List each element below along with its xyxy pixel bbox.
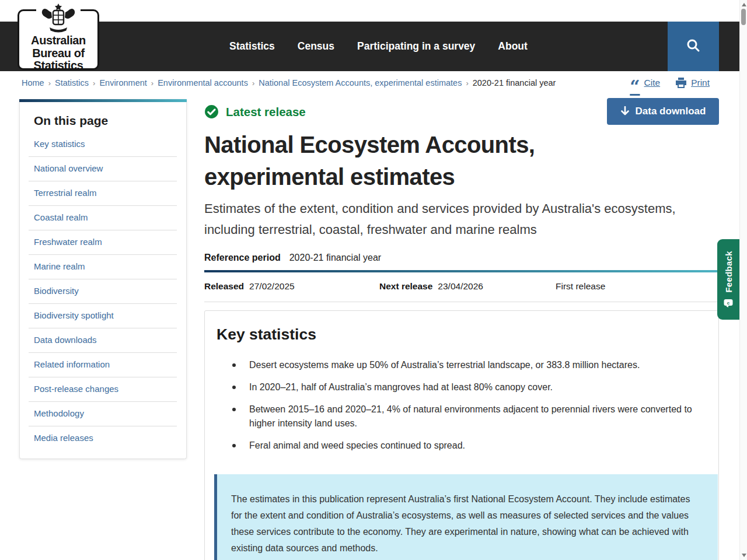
breadcrumb-current: 2020-21 financial year xyxy=(473,78,556,88)
feedback-chat-icon: c xyxy=(724,299,733,308)
sidebar-accent-bar xyxy=(19,99,187,102)
scrollbar-down-arrow-icon[interactable] xyxy=(742,554,746,557)
sidebar-item-key-statistics[interactable]: Key statistics xyxy=(34,139,85,149)
sidebar-item: Marine realm xyxy=(29,255,177,279)
release-info-row: Released27/02/2025 Next release23/04/202… xyxy=(204,272,719,302)
sidebar-item: Post-release changes xyxy=(29,377,177,402)
sidebar-item-data-downloads[interactable]: Data downloads xyxy=(34,335,97,345)
printer-icon xyxy=(675,78,687,88)
coat-of-arms-icon xyxy=(36,2,81,35)
scrollbar-thumb[interactable] xyxy=(741,9,746,25)
abs-logo[interactable]: Australian Bureau of Statistics xyxy=(18,9,99,70)
breadcrumb-statistics[interactable]: Statistics xyxy=(55,78,89,88)
first-release-label: First release xyxy=(556,281,605,292)
quote-icon: “ xyxy=(630,84,640,90)
breadcrumb-separator: › xyxy=(252,79,254,88)
search-button[interactable] xyxy=(668,22,719,71)
abs-logo-line3: Statistics xyxy=(19,60,97,72)
key-statistic-item: Desert ecosystems make up 50% of Austral… xyxy=(232,358,707,372)
search-icon xyxy=(685,37,701,56)
nav-about[interactable]: About xyxy=(498,40,528,52)
reference-period-label: Reference period xyxy=(204,253,281,262)
sidebar-item-media-releases[interactable]: Media releases xyxy=(34,433,93,443)
sidebar-item-coastal-realm[interactable]: Coastal realm xyxy=(34,212,88,222)
next-release-label: Next release xyxy=(379,281,432,291)
page-actions: “ Cite Print xyxy=(630,71,710,94)
breadcrumb-environment[interactable]: Environment xyxy=(99,78,146,88)
latest-release-label: Latest release xyxy=(226,105,306,119)
abs-logo-line1: Australian xyxy=(19,34,97,47)
released-label: Released xyxy=(204,281,244,291)
key-statistics-heading: Key statistics xyxy=(217,326,707,344)
sidebar-item: Methodology xyxy=(29,402,177,426)
key-statistic-item: In 2020–21, half of Australia’s mangrove… xyxy=(232,380,707,394)
reference-period-row: Reference period2020-21 financial year xyxy=(204,253,719,263)
info-paragraph-1: The estimates in this publication repres… xyxy=(231,491,701,556)
sidebar-item: National overview xyxy=(29,157,177,181)
breadcrumb-row: Home › Statistics › Environment › Enviro… xyxy=(0,71,739,94)
sidebar-item-national-overview[interactable]: National overview xyxy=(34,163,103,173)
vertical-scrollbar[interactable] xyxy=(739,0,747,560)
abs-logo-text: Australian Bureau of Statistics xyxy=(19,34,97,72)
sidebar-item-biodiversity-spotlight[interactable]: Biodiversity spotlight xyxy=(34,310,114,320)
sidebar-item: Media releases xyxy=(29,426,177,450)
sidebar-item: Biodiversity xyxy=(29,279,177,304)
on-this-page-panel: On this page Key statistics National ove… xyxy=(19,99,187,459)
released-info: Released27/02/2025 xyxy=(204,281,379,292)
sidebar-item: Related information xyxy=(29,353,177,377)
breadcrumb-nea[interactable]: National Ecosystem Accounts, experimenta… xyxy=(259,78,462,88)
sidebar-item-methodology[interactable]: Methodology xyxy=(34,408,84,418)
print-link[interactable]: Print xyxy=(675,78,710,88)
breadcrumb-separator: › xyxy=(466,79,468,88)
download-arrow-icon xyxy=(620,106,630,117)
scrollbar-up-arrow-icon[interactable] xyxy=(742,3,746,6)
sidebar-item: Coastal realm xyxy=(29,206,177,230)
sidebar-item: Terrestrial realm xyxy=(29,181,177,206)
page-subtitle: Estimates of the extent, condition and s… xyxy=(204,198,689,240)
sidebar-item: Key statistics xyxy=(29,132,177,157)
key-statistics-section: Key statistics Desert ecosystems make up… xyxy=(204,310,719,560)
next-release-value: 23/04/2026 xyxy=(438,281,483,291)
sidebar-item-marine-realm[interactable]: Marine realm xyxy=(34,261,85,271)
nav-participating-survey[interactable]: Participating in a survey xyxy=(357,40,475,52)
sidebar-item: Freshwater realm xyxy=(29,230,177,255)
key-statistic-item: Feral animal and weed species continued … xyxy=(232,439,707,453)
breadcrumb-separator: › xyxy=(151,79,153,88)
svg-text:c: c xyxy=(727,300,730,306)
reference-period-value: 2020-21 financial year xyxy=(289,253,381,262)
key-statistics-list: Desert ecosystems make up 50% of Austral… xyxy=(232,358,707,453)
feedback-label: Feedback xyxy=(724,251,734,293)
top-navbar: Statistics Census Participating in a sur… xyxy=(0,22,739,71)
nav-census[interactable]: Census xyxy=(298,40,334,52)
key-statistic-item: Between 2015–16 and 2020–21, 4% of natur… xyxy=(232,402,707,430)
cite-link[interactable]: “ Cite xyxy=(630,78,660,88)
sidebar-item-post-release-changes[interactable]: Post-release changes xyxy=(34,384,118,394)
next-release-info: Next release23/04/2026 xyxy=(379,281,556,292)
released-value: 27/02/2025 xyxy=(249,281,295,291)
sidebar-list: Key statistics National overview Terrest… xyxy=(29,132,177,450)
nav-statistics[interactable]: Statistics xyxy=(229,40,275,52)
sidebar-item: Biodiversity spotlight xyxy=(29,304,177,328)
check-circle-icon xyxy=(204,104,219,119)
breadcrumb-environmental-accounts[interactable]: Environmental accounts xyxy=(158,78,248,88)
sidebar-item-biodiversity[interactable]: Biodiversity xyxy=(34,286,79,296)
sidebar-item-freshwater-realm[interactable]: Freshwater realm xyxy=(34,237,102,247)
data-download-button[interactable]: Data download xyxy=(607,98,719,125)
main-content: Latest release National Ecosystem Accoun… xyxy=(204,99,719,560)
breadcrumb-home[interactable]: Home xyxy=(22,78,44,88)
page-title: National Ecosystem Accounts, experimenta… xyxy=(204,129,624,193)
abs-logo-line2: Bureau of xyxy=(19,47,97,60)
breadcrumb: Home › Statistics › Environment › Enviro… xyxy=(22,71,556,94)
breadcrumb-separator: › xyxy=(48,79,51,88)
sidebar-item: Data downloads xyxy=(29,328,177,353)
feedback-tab[interactable]: Feedback c xyxy=(717,239,739,320)
experimental-info-callout: The estimates in this publication repres… xyxy=(214,474,718,560)
primary-nav: Statistics Census Participating in a sur… xyxy=(229,22,528,71)
sidebar-item-terrestrial-realm[interactable]: Terrestrial realm xyxy=(34,188,97,198)
sidebar-title: On this page xyxy=(34,114,172,128)
breadcrumb-separator: › xyxy=(93,79,95,88)
sidebar-item-related-information[interactable]: Related information xyxy=(34,359,110,369)
